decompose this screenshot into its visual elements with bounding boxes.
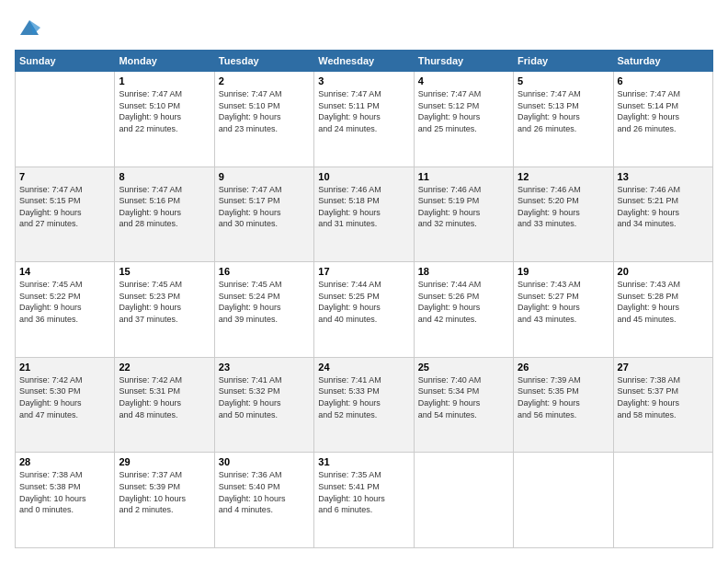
calendar-cell: 17Sunrise: 7:44 AM Sunset: 5:25 PM Dayli…: [314, 262, 414, 358]
day-info: Sunrise: 7:47 AM Sunset: 5:11 PM Dayligh…: [318, 88, 409, 134]
day-info: Sunrise: 7:47 AM Sunset: 5:10 PM Dayligh…: [119, 88, 210, 134]
day-number: 12: [518, 171, 609, 182]
day-number: 17: [318, 266, 409, 277]
day-info: Sunrise: 7:46 AM Sunset: 5:19 PM Dayligh…: [418, 184, 509, 230]
day-number: 7: [19, 171, 110, 182]
calendar-cell: 23Sunrise: 7:41 AM Sunset: 5:32 PM Dayli…: [214, 357, 313, 453]
calendar-week-row: 1Sunrise: 7:47 AM Sunset: 5:10 PM Daylig…: [16, 72, 713, 167]
calendar-cell: 31Sunrise: 7:35 AM Sunset: 5:41 PM Dayli…: [314, 453, 414, 548]
day-info: Sunrise: 7:47 AM Sunset: 5:15 PM Dayligh…: [19, 184, 110, 230]
day-number: 28: [19, 456, 110, 467]
calendar-cell: 20Sunrise: 7:43 AM Sunset: 5:28 PM Dayli…: [613, 262, 712, 358]
header: [15, 15, 713, 40]
weekday-header: Wednesday: [314, 51, 414, 72]
day-number: 14: [19, 266, 110, 277]
day-info: Sunrise: 7:45 AM Sunset: 5:22 PM Dayligh…: [19, 279, 110, 325]
calendar-cell: 7Sunrise: 7:47 AM Sunset: 5:15 PM Daylig…: [16, 167, 115, 262]
calendar-cell: 15Sunrise: 7:45 AM Sunset: 5:23 PM Dayli…: [115, 262, 214, 358]
calendar-cell: 2Sunrise: 7:47 AM Sunset: 5:10 PM Daylig…: [214, 72, 313, 167]
day-info: Sunrise: 7:46 AM Sunset: 5:18 PM Dayligh…: [318, 184, 409, 230]
day-number: 20: [618, 266, 709, 277]
calendar-week-row: 21Sunrise: 7:42 AM Sunset: 5:30 PM Dayli…: [16, 357, 713, 453]
day-info: Sunrise: 7:40 AM Sunset: 5:34 PM Dayligh…: [418, 374, 509, 420]
calendar-cell: [414, 453, 513, 548]
day-number: 21: [19, 362, 110, 373]
day-number: 16: [219, 266, 310, 277]
day-info: Sunrise: 7:44 AM Sunset: 5:26 PM Dayligh…: [418, 279, 509, 325]
calendar-cell: 16Sunrise: 7:45 AM Sunset: 5:24 PM Dayli…: [214, 262, 313, 358]
calendar-cell: [16, 72, 115, 167]
day-number: 18: [418, 266, 509, 277]
calendar-cell: 27Sunrise: 7:38 AM Sunset: 5:37 PM Dayli…: [613, 357, 712, 453]
day-number: 5: [518, 75, 609, 86]
day-number: 13: [618, 171, 709, 182]
calendar-cell: 22Sunrise: 7:42 AM Sunset: 5:31 PM Dayli…: [115, 357, 214, 453]
day-number: 24: [318, 362, 409, 373]
logo-icon: [17, 15, 42, 40]
day-number: 9: [219, 171, 310, 182]
calendar-cell: 5Sunrise: 7:47 AM Sunset: 5:13 PM Daylig…: [514, 72, 613, 167]
calendar-header-row: SundayMondayTuesdayWednesdayThursdayFrid…: [16, 51, 713, 72]
day-number: 29: [119, 456, 210, 467]
weekday-header: Thursday: [414, 51, 513, 72]
calendar-table: SundayMondayTuesdayWednesdayThursdayFrid…: [15, 50, 713, 548]
calendar-cell: 11Sunrise: 7:46 AM Sunset: 5:19 PM Dayli…: [414, 167, 513, 262]
page: SundayMondayTuesdayWednesdayThursdayFrid…: [0, 0, 728, 563]
day-info: Sunrise: 7:43 AM Sunset: 5:27 PM Dayligh…: [518, 279, 609, 325]
day-number: 25: [418, 362, 509, 373]
day-info: Sunrise: 7:47 AM Sunset: 5:17 PM Dayligh…: [219, 184, 310, 230]
day-number: 26: [518, 362, 609, 373]
day-info: Sunrise: 7:47 AM Sunset: 5:16 PM Dayligh…: [119, 184, 210, 230]
day-number: 30: [219, 456, 310, 467]
weekday-header: Tuesday: [214, 51, 313, 72]
weekday-header: Sunday: [16, 51, 115, 72]
day-info: Sunrise: 7:42 AM Sunset: 5:31 PM Dayligh…: [119, 374, 210, 420]
day-info: Sunrise: 7:41 AM Sunset: 5:33 PM Dayligh…: [318, 374, 409, 420]
calendar-cell: 25Sunrise: 7:40 AM Sunset: 5:34 PM Dayli…: [414, 357, 513, 453]
day-number: 27: [618, 362, 709, 373]
day-number: 11: [418, 171, 509, 182]
weekday-header: Saturday: [613, 51, 712, 72]
day-info: Sunrise: 7:43 AM Sunset: 5:28 PM Dayligh…: [618, 279, 709, 325]
calendar-cell: 18Sunrise: 7:44 AM Sunset: 5:26 PM Dayli…: [414, 262, 513, 358]
day-info: Sunrise: 7:45 AM Sunset: 5:24 PM Dayligh…: [219, 279, 310, 325]
day-info: Sunrise: 7:38 AM Sunset: 5:38 PM Dayligh…: [19, 469, 110, 515]
calendar-cell: 21Sunrise: 7:42 AM Sunset: 5:30 PM Dayli…: [16, 357, 115, 453]
day-number: 4: [418, 75, 509, 86]
calendar-week-row: 14Sunrise: 7:45 AM Sunset: 5:22 PM Dayli…: [16, 262, 713, 358]
calendar-cell: 9Sunrise: 7:47 AM Sunset: 5:17 PM Daylig…: [214, 167, 313, 262]
weekday-header: Monday: [115, 51, 214, 72]
day-info: Sunrise: 7:45 AM Sunset: 5:23 PM Dayligh…: [119, 279, 210, 325]
calendar-cell: 14Sunrise: 7:45 AM Sunset: 5:22 PM Dayli…: [16, 262, 115, 358]
day-number: 3: [318, 75, 409, 86]
day-info: Sunrise: 7:37 AM Sunset: 5:39 PM Dayligh…: [119, 469, 210, 515]
calendar-cell: 1Sunrise: 7:47 AM Sunset: 5:10 PM Daylig…: [115, 72, 214, 167]
day-number: 19: [518, 266, 609, 277]
calendar-cell: 19Sunrise: 7:43 AM Sunset: 5:27 PM Dayli…: [514, 262, 613, 358]
day-number: 6: [618, 75, 709, 86]
day-info: Sunrise: 7:46 AM Sunset: 5:20 PM Dayligh…: [518, 184, 609, 230]
day-number: 8: [119, 171, 210, 182]
day-number: 15: [119, 266, 210, 277]
calendar-week-row: 7Sunrise: 7:47 AM Sunset: 5:15 PM Daylig…: [16, 167, 713, 262]
calendar-cell: 10Sunrise: 7:46 AM Sunset: 5:18 PM Dayli…: [314, 167, 414, 262]
calendar-cell: [514, 453, 613, 548]
calendar-cell: 13Sunrise: 7:46 AM Sunset: 5:21 PM Dayli…: [613, 167, 712, 262]
calendar-week-row: 28Sunrise: 7:38 AM Sunset: 5:38 PM Dayli…: [16, 453, 713, 548]
calendar-cell: 4Sunrise: 7:47 AM Sunset: 5:12 PM Daylig…: [414, 72, 513, 167]
logo: [15, 15, 42, 40]
day-info: Sunrise: 7:36 AM Sunset: 5:40 PM Dayligh…: [219, 469, 310, 515]
day-info: Sunrise: 7:47 AM Sunset: 5:13 PM Dayligh…: [518, 88, 609, 134]
day-number: 22: [119, 362, 210, 373]
calendar-cell: 12Sunrise: 7:46 AM Sunset: 5:20 PM Dayli…: [514, 167, 613, 262]
day-info: Sunrise: 7:47 AM Sunset: 5:10 PM Dayligh…: [219, 88, 310, 134]
calendar-cell: 29Sunrise: 7:37 AM Sunset: 5:39 PM Dayli…: [115, 453, 214, 548]
day-number: 1: [119, 75, 210, 86]
day-info: Sunrise: 7:46 AM Sunset: 5:21 PM Dayligh…: [618, 184, 709, 230]
calendar-cell: 24Sunrise: 7:41 AM Sunset: 5:33 PM Dayli…: [314, 357, 414, 453]
day-number: 31: [318, 456, 409, 467]
weekday-header: Friday: [514, 51, 613, 72]
day-info: Sunrise: 7:39 AM Sunset: 5:35 PM Dayligh…: [518, 374, 609, 420]
day-info: Sunrise: 7:41 AM Sunset: 5:32 PM Dayligh…: [219, 374, 310, 420]
day-number: 2: [219, 75, 310, 86]
